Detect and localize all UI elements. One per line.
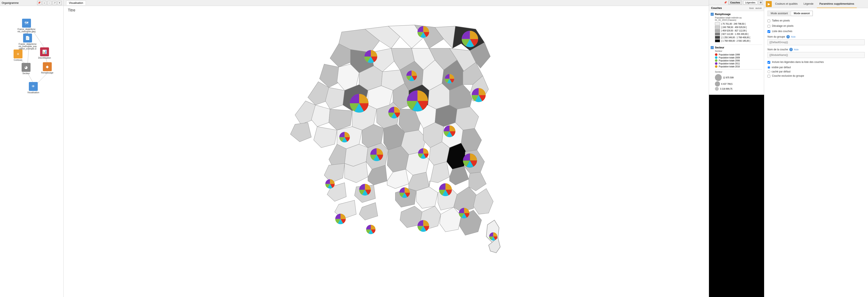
right-panels: 📌 Couches Légendes ⊞ Couches tous aucun … [709,0,868,297]
legend-item-2: [ 249 798,50 : 459 529,50 [ [711,26,762,29]
radio-cache: caché par défaut [768,70,865,73]
layer-remplissage-header: Remplissage [711,13,762,16]
radio-visible-input[interactable] [768,66,770,69]
layer-remplissage-checkbox[interactable] [711,13,714,16]
node-discretisation[interactable]: 📊 Discrétisation [36,47,53,59]
layer-secteur-checkbox[interactable] [711,46,714,49]
couches-header: Couches tous aucun [709,5,764,11]
organigramme-pin-btn[interactable]: 📌 [37,1,41,5]
node-secteur-label: Secteur [23,72,30,75]
radio-visible: visible par défaut [768,66,865,69]
size-item-2: 6 437 799,5 [711,81,762,87]
circle-3 [715,87,719,91]
setting-liste: Liste des couches [768,30,865,33]
organigramme-title: Organigramme [2,1,36,4]
group-name-help-icon[interactable]: ? [786,35,790,38]
svg-marker-66 [368,165,387,185]
secteur-divider [715,69,762,70]
settings-header: ▶ Couleurs et qualités Légende Paramètre… [764,0,868,8]
node-geojson-icon: 🗺 [22,19,31,28]
dot-item-1: Population totale 1999 [711,53,762,56]
radio-cache-input[interactable] [768,70,770,73]
circle-1 [715,74,722,81]
legend-item-5: [ 1 255 349,00 : 1 768 408,00 [ [711,36,762,39]
secteur-size-title: Secteur [711,71,762,73]
circle-2 [715,81,720,86]
group-name-help-text[interactable]: Aide [791,35,796,38]
mode-assistant-btn[interactable]: Mode assistant [768,11,791,16]
label-exclusive: Couche exclusive du groupe [772,74,804,77]
dot-item-4: Population totale 2011 [711,62,762,65]
svg-marker-78 [473,189,493,214]
label-tailles: Tailles en pixels [772,19,790,22]
node-remplissage-icon: ◆ [43,62,52,71]
group-name-input[interactable] [768,39,865,45]
organigramme-remove-btn[interactable]: − [47,1,52,5]
swatch-label-2: [ 249 798,50 : 459 529,50 [ [721,26,747,28]
checkbox-exclusive[interactable] [768,75,770,78]
couches-all-link[interactable]: tous [749,7,754,9]
svg-marker-48 [314,127,337,147]
dot-2 [715,56,717,59]
node-visualisation[interactable]: 👁 Visualisation [25,82,42,94]
setting-decalage: Décalage en pixels [768,24,865,28]
organigramme-canvas: 🗺 France_departements_metropole.geojson … [0,6,63,297]
checkbox-liste[interactable] [768,30,770,33]
legend-item-1: [ 75 701,00 : 249 798,50 [ [711,22,762,26]
radio-cache-label: caché par défaut [772,70,790,73]
node-geojson[interactable]: 🗺 France_departements_metropole.geojson [17,19,36,35]
svg-marker-69 [429,162,450,187]
svg-marker-71 [469,172,486,191]
swatch-label-5: [ 1 255 349,00 : 1 768 408,00 [ [721,36,750,39]
organigramme-dropdown-btn[interactable]: ▾ [58,1,62,5]
couches-toolbar-btn[interactable]: Couches [728,1,742,4]
couches-none-link[interactable]: aucun [755,7,762,9]
setting-exclusive: Couche exclusive du groupe [768,74,865,78]
dot-label-1: Population totale 1999 [719,54,740,56]
couches-panel: Couches tous aucun Remplissage Populatio… [709,5,764,95]
checkbox-include-legends[interactable] [768,61,770,64]
dot-label-2: Population totale 2009 [719,56,740,59]
swatch-3 [715,29,720,32]
layer-name-input[interactable] [768,52,865,58]
swatch-1 [715,22,720,25]
left-panel: Organigramme 📌 + − ↗ ▾ 🗺 Fran [0,0,64,297]
secteur-color-legend-title: Secteur [711,50,762,52]
node-secteur-icon: ◕ [22,63,31,72]
organigramme-arrow-btn[interactable]: ↗ [52,1,57,5]
settings-panel: ▶ Couleurs et qualités Légende Paramètre… [764,0,868,297]
label-include-legends: Inclure les légendes dans la liste des c… [772,60,824,63]
organigramme-add-btn[interactable]: + [42,1,46,5]
setting-include-legends: Inclure les légendes dans la liste des c… [768,60,865,64]
tab-legende[interactable]: Légende [801,0,816,8]
checkbox-tailles[interactable] [768,20,770,22]
group-name-text: Nom du groupe [768,35,785,38]
layer-secteur: Secteur Secteur Population totale 1999 P… [711,46,762,91]
size-label-1: 12 875 599 [723,77,734,79]
svg-marker-67 [387,169,409,189]
pin-icon[interactable]: 📌 [724,1,727,4]
tab-couleurs[interactable]: Couleurs et qualités [773,0,800,8]
layer-name-help-icon[interactable]: ? [789,48,793,51]
swatch-6 [715,39,720,42]
size-item-3: 3 218 899,75 [711,87,762,91]
node-remplissage[interactable]: ◆ Remplissage [39,62,56,74]
vis-tab[interactable]: Visualisation [66,1,86,5]
tab-params[interactable]: Paramètres supplémentaires [817,0,857,8]
vis-header: Visualisation [64,0,709,6]
mode-avance-btn[interactable]: Mode avancé [791,11,813,16]
grid-toolbar-btn[interactable]: ⊞ [758,0,763,5]
node-secteur[interactable]: ◕ Secteur [19,63,33,75]
node-remplissage-label: Remplissage [41,72,54,74]
couches-title: Couches [711,7,748,9]
legendes-toolbar-btn[interactable]: Légendes [743,1,757,4]
node-contours[interactable]: ≡ Contours [9,50,27,61]
dot-4 [715,62,717,65]
checkbox-decalage[interactable] [768,25,770,28]
layer-name-help-text[interactable]: Aide [794,48,799,51]
node-visualisation-label: Visualisation [27,91,39,94]
settings-body: Mode assistant Mode avancé Tailles en pi… [764,8,868,297]
dot-item-3: Population totale 2006 [711,59,762,62]
couches-body: Remplissage Population totale estimée au… [709,11,764,95]
size-label-3: 3 218 899,75 [720,88,732,90]
